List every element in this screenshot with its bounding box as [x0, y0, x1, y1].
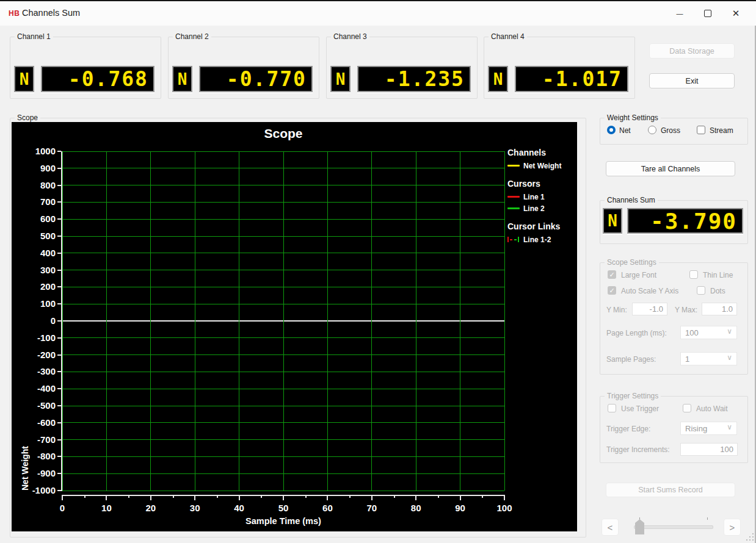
y-axis-tick: [57, 405, 61, 406]
channel-2-group: Channel 2 N -0.770: [168, 37, 319, 99]
thin-line-label: Thin Line: [703, 271, 733, 279]
trackbar-groove[interactable]: [634, 525, 713, 529]
legend-item: Line 1-2: [507, 234, 561, 245]
trigger-increments-input: [680, 443, 738, 456]
y-axis-tick: [57, 439, 61, 441]
gridline-vertical: [62, 151, 63, 491]
x-tick-label: 20: [139, 503, 163, 513]
close-icon: ✕: [732, 8, 740, 19]
page-trackbar[interactable]: [630, 517, 716, 536]
large-font-label: Large Font: [621, 271, 656, 279]
scope-chart: Scope Net Weight Sample Time (ms) Channe…: [12, 122, 577, 531]
legend-item-label: Line 1: [523, 193, 545, 201]
dots-checkbox: [697, 286, 705, 295]
scope-group-label: Scope: [15, 113, 40, 122]
legend-item-label: Line 2: [523, 204, 545, 213]
gridline-vertical: [327, 151, 328, 491]
y-axis-tick: [57, 473, 61, 474]
y-tick-label: 100: [24, 298, 56, 309]
chart-legend: ChannelsNet WeightCursorsLine 1Line 2Cur…: [507, 148, 561, 245]
net-radio[interactable]: [607, 126, 616, 134]
legend-group-header: Cursor Links: [507, 221, 561, 231]
y-tick-label: -600: [24, 417, 56, 428]
x-axis-tick: [150, 495, 151, 500]
exit-button[interactable]: Exit: [649, 73, 735, 88]
gridline-vertical: [239, 151, 239, 491]
gross-radio[interactable]: [648, 126, 656, 134]
stream-checkbox[interactable]: [697, 126, 705, 134]
x-axis-minor-tick: [482, 495, 483, 498]
y-axis-tick: [57, 371, 61, 372]
legend-line-swatch: [507, 165, 520, 167]
y-axis-tick: [57, 253, 61, 254]
x-tick-label: 100: [492, 503, 517, 513]
trigger-settings-group: Trigger Settings Use Trigger Auto Wait T…: [600, 396, 748, 463]
y-axis-tick: [57, 236, 61, 237]
scroll-left-button[interactable]: <: [602, 519, 619, 536]
hb-logo: HB: [9, 9, 20, 18]
auto-scale-checkbox: ✓: [608, 286, 616, 295]
x-axis-tick: [62, 495, 63, 500]
maximize-icon: [704, 10, 711, 17]
y-tick-label: 400: [24, 248, 56, 258]
weight-settings-label: Weight Settings: [605, 113, 661, 122]
y-axis-tick: [57, 320, 61, 322]
stream-checkbox-label[interactable]: Stream: [710, 126, 733, 135]
x-axis-tick: [327, 495, 328, 500]
thin-line-checkbox: [689, 270, 698, 279]
channels-sum-mode-display: N: [603, 208, 622, 234]
x-axis-minor-tick: [173, 495, 174, 498]
channel-1-mode-display: N: [14, 66, 34, 92]
x-tick-label: 80: [404, 503, 428, 513]
x-axis-minor-tick: [305, 495, 307, 498]
tare-all-channels-button[interactable]: Tare all Channels: [606, 161, 735, 176]
trackbar-thumb[interactable]: [635, 519, 644, 534]
y-axis-tick: [57, 490, 61, 491]
x-tick-label: 30: [183, 503, 207, 513]
sample-pages-label: Sample Pages:: [606, 355, 656, 364]
use-trigger-checkbox: [608, 404, 616, 412]
check-icon: ✓: [609, 271, 614, 279]
gridline-vertical: [150, 151, 151, 491]
channel-2-mode-display: N: [172, 66, 192, 92]
channel-2-label: Channel 2: [173, 32, 211, 41]
window-title: Channels Sum: [22, 8, 80, 18]
gridline-vertical: [195, 151, 195, 491]
legend-item: Net Weight: [507, 160, 561, 171]
gross-radio-label[interactable]: Gross: [661, 126, 680, 135]
gridline-vertical: [504, 151, 505, 491]
x-axis-tick: [106, 495, 107, 500]
close-button[interactable]: ✕: [722, 1, 750, 26]
legend-line-swatch: [507, 196, 520, 198]
resize-grip[interactable]: [746, 533, 754, 541]
y-tick-label: 500: [24, 231, 56, 241]
legend-item-label: Line 1-2: [523, 236, 551, 244]
page-length-label: Page Length (ms):: [606, 329, 667, 337]
gridline-vertical: [416, 151, 416, 491]
channel-4-group: Channel 4 N -1.017: [484, 37, 635, 99]
scroll-right-button[interactable]: >: [724, 519, 741, 536]
x-axis-tick: [460, 495, 461, 500]
y-tick-label: -300: [24, 366, 56, 376]
dots-label: Dots: [710, 287, 725, 295]
channel-3-label: Channel 3: [331, 32, 369, 41]
minimize-button[interactable]: —: [666, 1, 694, 26]
check-icon: ✓: [609, 287, 614, 295]
chevron-down-icon: ∨: [727, 353, 732, 362]
y-tick-label: -900: [24, 468, 56, 478]
y-tick-label: -500: [24, 400, 56, 411]
y-max-input: [702, 303, 737, 315]
auto-scale-label: Auto Scale Y Axis: [621, 287, 678, 295]
y-tick-label: 200: [24, 281, 56, 292]
y-axis-tick: [57, 270, 61, 271]
trigger-edge-value: Rising: [685, 424, 707, 433]
maximize-button[interactable]: [694, 1, 722, 26]
x-axis-tick: [415, 495, 416, 500]
net-radio-label[interactable]: Net: [619, 126, 631, 135]
y-axis-tick: [57, 456, 61, 457]
auto-wait-checkbox: [683, 404, 691, 412]
gridline-vertical: [106, 151, 107, 491]
y-tick-label: 600: [24, 214, 56, 224]
minimize-icon: —: [677, 10, 683, 17]
x-axis-minor-tick: [128, 495, 129, 498]
